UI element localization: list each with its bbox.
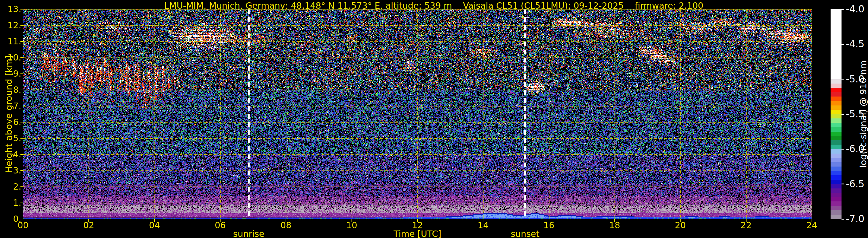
y-tick-label: 1. [1,198,21,208]
colorbar-tick-mark [841,114,844,115]
colorbar-band [831,206,841,210]
colorbar-tick-mark [841,9,844,10]
x-tick-label: 20 [663,220,698,231]
x-tick-label: 04 [137,220,172,231]
y-tick-label: 2. [1,181,21,192]
colorbar-white-segment [831,9,841,79]
colorbar-band [831,184,841,188]
y-tick-label: 5. [1,133,21,144]
colorbar [831,9,841,219]
colorbar-tick-label: -7.0 [846,213,868,225]
y-tick-label: 11. [1,36,21,47]
colorbar-band [831,210,841,215]
colorbar-band [831,101,841,106]
colorbar-tick-mark [841,44,844,44]
x-tick-label: 18 [597,220,632,231]
colorbar-band [831,162,841,167]
colorbar-band [831,88,841,92]
backscatter-heatmap-canvas [23,9,812,219]
colorbar-band [831,149,841,153]
x-tick-label: 22 [729,220,764,231]
colorbar-band [831,118,841,123]
x-tick-label: 24 [795,220,829,231]
y-tick-label: 3. [1,166,21,176]
colorbar-band [831,127,841,132]
colorbar-tick-label: -4.0 [846,3,868,15]
ceilometer-quicklook-figure: LMU-MIM, Munich, Germany; 48.148° N 11.5… [0,0,868,238]
x-tick-label: 14 [466,220,500,231]
colorbar-band [831,132,841,136]
colorbar-band [831,96,841,101]
y-tick-label: 10. [1,53,21,63]
colorbar-band [831,197,841,201]
colorbar-band [831,167,841,171]
colorbar-band [831,123,841,127]
y-tick-label: 4. [1,149,21,160]
y-tick-label: 9. [1,68,21,79]
colorbar-band [831,215,841,219]
colorbar-band [831,79,841,84]
colorbar-band [831,84,841,88]
colorbar-band [831,154,841,158]
x-tick-label: 06 [203,220,238,231]
colorbar-band [831,136,841,140]
colorbar-band [831,188,841,193]
x-tick-label: 00 [6,220,40,231]
x-tick-label: 08 [269,220,303,231]
colorbar-band [831,110,841,114]
colorbar-band [831,193,841,197]
colorbar-tick-mark [841,183,844,184]
colorbar-tick-mark [841,219,844,219]
colorbar-band [831,106,841,110]
colorbar-band [831,175,841,179]
y-tick-label: 12. [1,20,21,31]
colorbar-band [831,180,841,184]
colorbar-tick-label: -5.5 [846,108,868,120]
colorbar-tick-label: -5.0 [846,73,868,85]
colorbar-tick-label: -6.0 [846,143,868,155]
y-tick-label: 13. [1,4,21,14]
colorbar-band [831,140,841,145]
colorbar-band [831,145,841,149]
colorbar-band [831,158,841,162]
x-tick-label: 02 [71,220,106,231]
x-tick-label: 16 [532,220,566,231]
y-tick-label: 6. [1,117,21,127]
colorbar-band [831,201,841,206]
x-tick-label: 10 [335,220,369,231]
colorbar-tick-mark [841,79,844,80]
colorbar-tick-mark [841,149,844,150]
colorbar-tick-label: -6.5 [846,178,868,190]
y-tick-label: 7. [1,101,21,111]
colorbar-tick-label: -4.5 [846,38,868,50]
colorbar-band [831,171,841,175]
colorbar-bands [831,79,841,219]
y-tick-label: 8. [1,85,21,95]
colorbar-band [831,114,841,118]
colorbar-band [831,92,841,96]
x-tick-label: 12 [400,220,435,231]
